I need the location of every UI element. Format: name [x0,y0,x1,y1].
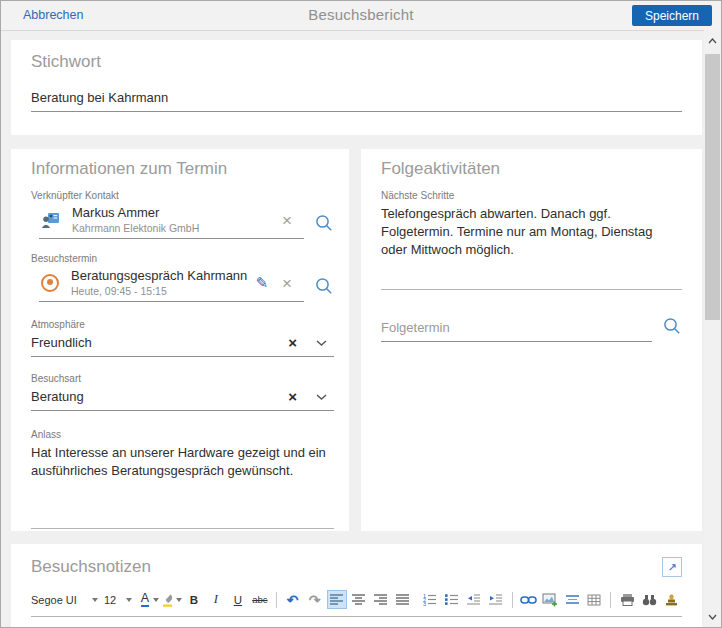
stamp-button[interactable] [661,590,681,609]
notizen-heading: Besuchsnotizen [31,557,151,577]
besuchsbericht-window: Abbrechen Besuchsbericht Speichern Stich… [0,0,722,628]
highlight-button[interactable] [162,590,182,609]
align-right-button[interactable] [371,590,391,609]
caret-down-icon [126,598,132,602]
richtext-toolbar: Segoe UI 12 A B I U abc [31,590,682,617]
vertical-scrollbar[interactable] [704,30,721,627]
stichwort-card: Stichwort Beratung bei Kahrmann [11,40,702,135]
font-color-button[interactable]: A [140,590,160,609]
align-center-button[interactable] [349,590,369,609]
italic-button[interactable]: I [206,590,226,609]
naechste-schritte-label: Nächste Schritte [381,190,682,201]
notizen-card: Besuchsnotizen ↗ Segoe UI 12 A [11,544,702,627]
atmosphaere-clear-icon[interactable]: × [288,335,297,350]
besuchstermin-label: Besuchstermin [31,253,334,264]
indent-button[interactable] [486,590,506,609]
font-name-value: Segoe UI [31,594,77,606]
bullet-list-icon [444,593,459,606]
underline-button[interactable]: U [228,590,248,609]
scroll-up-icon[interactable] [704,32,721,49]
align-center-icon [351,593,366,606]
cancel-button[interactable]: Abbrechen [23,8,83,22]
edit-icon[interactable]: ✎ [255,274,268,292]
caret-down-icon [92,598,98,602]
align-right-icon [373,593,388,606]
binoculars-icon [642,594,657,606]
besuchstermin-search-icon[interactable] [314,276,334,300]
folgetermin-placeholder: Folgetermin [381,318,652,342]
kontakt-name: Markus Ammer [72,206,272,221]
folgetermin-lookup-field[interactable]: Folgetermin [381,316,682,342]
image-icon [542,593,558,607]
font-color-letter: A [141,592,149,607]
align-left-button[interactable] [327,590,347,609]
besuchsart-value: Beratung [31,389,288,404]
kontakt-search-icon[interactable] [314,213,334,237]
stichwort-input[interactable]: Beratung bei Kahrmann [31,88,682,112]
besuchstermin-time: Heute, 09:45 - 15:15 [71,285,255,297]
atmosphaere-label: Atmosphäre [31,319,334,330]
toolbar-separator [512,592,513,608]
undo-button[interactable]: ↶ [283,590,303,609]
stichwort-heading: Stichwort [31,52,682,72]
toolbar-separator [610,592,611,608]
bullet-list-button[interactable] [442,590,462,609]
outdent-icon [466,593,481,606]
strikethrough-button[interactable]: abc [250,590,270,609]
link-icon [520,594,537,606]
open-in-new-icon[interactable]: ↗ [662,557,682,577]
chevron-down-icon[interactable] [315,393,328,401]
line-spacing-icon [565,593,580,606]
align-left-icon [329,593,344,606]
insert-link-button[interactable] [518,590,538,609]
insert-table-button[interactable] [584,590,604,609]
print-icon [620,593,635,606]
atmosphaere-select[interactable]: Freundlich × [31,332,334,357]
chevron-down-icon[interactable] [315,339,328,347]
table-icon [587,594,601,606]
kontakt-company: Kahrmann Elektonik GmbH [72,222,272,234]
scroll-down-icon[interactable] [704,608,721,625]
appointment-icon [41,274,59,292]
kontakt-lookup-field[interactable]: Markus Ammer Kahrmann Elektonik GmbH × [39,204,334,239]
line-spacing-button[interactable] [562,590,582,609]
svg-text:3: 3 [423,601,426,607]
folge-heading: Folgeaktivitäten [381,159,682,179]
naechste-schritte-textarea[interactable]: Telefongespräch abwarten. Danach ggf. Fo… [381,201,682,290]
besuchsart-label: Besuchsart [31,373,334,384]
folge-card: Folgeaktivitäten Nächste Schritte Telefo… [361,149,702,531]
highlight-icon [162,592,172,607]
besuchstermin-title: Beratungsgespräch Kahrmann [71,269,255,284]
numbered-list-icon: 123 [422,593,437,606]
print-button[interactable] [617,590,637,609]
anlass-textarea[interactable]: Hat Interesse an unserer Hardware gezeig… [31,440,334,529]
caret-down-icon [153,598,159,602]
besuchstermin-lookup-field[interactable]: Beratungsgespräch Kahrmann Heute, 09:45 … [39,267,334,302]
header-bar: Abbrechen Besuchsbericht Speichern [1,1,721,31]
font-name-select[interactable]: Segoe UI [31,594,98,606]
outdent-button[interactable] [464,590,484,609]
insert-image-button[interactable] [540,590,560,609]
stamp-icon [665,593,678,606]
font-size-value: 12 [104,594,116,606]
justify-icon [395,593,410,606]
besuchsart-select[interactable]: Beratung × [31,386,334,411]
termin-card: Informationen zum Termin Verknüpfter Kon… [11,149,349,531]
indent-icon [488,593,503,606]
contact-card-icon [41,212,60,229]
termin-heading: Informationen zum Termin [31,159,334,179]
folgetermin-search-icon[interactable] [662,316,682,340]
bold-button[interactable]: B [184,590,204,609]
scrollbar-thumb[interactable] [705,54,720,320]
page-title: Besuchsbericht [308,6,413,23]
besuchstermin-clear-icon[interactable]: × [282,275,292,292]
redo-button[interactable]: ↷ [305,590,325,609]
justify-button[interactable] [393,590,413,609]
find-button[interactable] [639,590,659,609]
besuchsart-clear-icon[interactable]: × [288,389,297,404]
save-button[interactable]: Speichern [632,5,712,26]
font-size-select[interactable]: 12 [104,594,132,606]
toolbar-separator [276,592,277,608]
kontakt-clear-icon[interactable]: × [282,212,292,229]
numbered-list-button[interactable]: 123 [420,590,440,609]
